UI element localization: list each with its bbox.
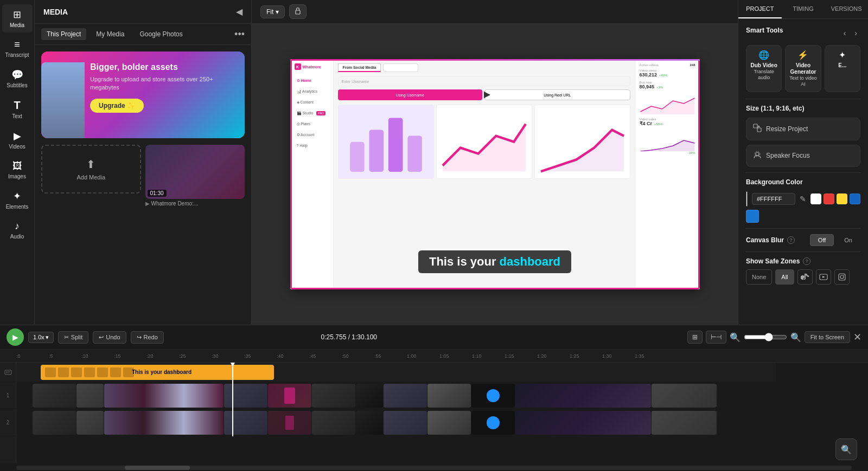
color-swatch-blue[interactable] [850, 193, 860, 204]
speaker-focus-button[interactable]: Speaker Focus [746, 145, 860, 167]
clip-2-11[interactable] [515, 411, 651, 435]
ruler-mark-45: :45 [309, 353, 316, 359]
smart-tools-next-button[interactable]: › [851, 28, 860, 38]
redo-button[interactable]: ↪ Redo [131, 331, 164, 344]
clip-2-10[interactable] [471, 411, 515, 435]
zoom-in-button[interactable]: 🔍 [790, 332, 801, 343]
add-media-cell[interactable]: ⬆ Add Media [41, 145, 141, 207]
tab-this-project[interactable]: This Project [41, 28, 86, 40]
tool-video-generator[interactable]: ⚡ Video Generator Text to video AI [785, 45, 821, 92]
sidebar-item-audio[interactable]: ♪ Audio [2, 216, 33, 244]
clip-1-6[interactable] [312, 384, 355, 408]
safe-zone-all-btn[interactable]: All [775, 269, 794, 285]
tab-my-media[interactable]: My Media [91, 28, 130, 40]
sidebar-item-transcript[interactable]: ≡ Transcript [2, 35, 33, 62]
undo-button[interactable]: ↩ Undo [93, 331, 126, 344]
upgrade-button[interactable]: Upgrade ✨ [90, 99, 144, 113]
color-swatch-red[interactable] [824, 193, 834, 204]
smart-tools-prev-button[interactable]: ‹ [840, 28, 850, 38]
clip-2-5[interactable] [268, 411, 311, 435]
clip-1-12[interactable] [652, 384, 717, 408]
tool-extra[interactable]: ✦ E... [825, 45, 860, 92]
safe-zone-youtube-btn[interactable] [816, 269, 831, 285]
close-timeline-button[interactable]: ✕ [853, 331, 861, 343]
play-button[interactable]: ▶ [7, 328, 24, 346]
safe-zone-none-btn[interactable]: None [746, 269, 772, 285]
resize-project-button[interactable]: Resize Project [746, 118, 860, 140]
add-media-area[interactable]: ⬆ Add Media [41, 145, 141, 193]
fit-to-screen-button[interactable]: Fit to Screen [805, 331, 850, 343]
main-canvas: Fit ▾ K Whatmor [252, 0, 738, 325]
color-swatch-white[interactable] [810, 193, 821, 204]
svg-rect-15 [839, 274, 845, 280]
color-swatch-blue-accent[interactable] [746, 210, 759, 223]
clip-2-8[interactable] [384, 411, 427, 435]
clip-1-4[interactable] [224, 384, 267, 408]
color-edit-button[interactable]: ✎ [800, 195, 806, 203]
timeline-split-view-button[interactable]: ⊞ [687, 331, 703, 344]
canvas-blur-on-button[interactable]: On [836, 234, 860, 246]
left-sidebar: ⊞ Media ≡ Transcript 💬 Subtitles T Text … [0, 0, 35, 325]
sidebar-item-media[interactable]: ⊞ Media [2, 4, 33, 33]
clip-1-1[interactable] [33, 384, 76, 408]
clip-2-3[interactable] [104, 411, 224, 435]
color-swatch-yellow[interactable] [837, 193, 847, 204]
sidebar-item-videos[interactable]: ▶ Videos [2, 126, 33, 154]
bg-color-hex-input[interactable] [752, 193, 795, 205]
using-reel-url-btn[interactable]: Using Reel URL [484, 89, 630, 100]
sidebar-item-images[interactable]: 🖼 Images [2, 156, 33, 184]
clip-2-12[interactable] [652, 411, 717, 435]
clip-2-7[interactable] [356, 411, 383, 435]
clip-1-10[interactable] [471, 384, 515, 408]
canvas-frame[interactable]: K Whatmore ⊙ Home 📊 Analytics ◈ Content … [290, 59, 700, 289]
clip-1-3[interactable] [104, 384, 224, 408]
safe-zone-instagram-btn[interactable] [834, 269, 850, 285]
clip-1-8[interactable] [384, 384, 427, 408]
search-button-bottom[interactable]: 🔍 [835, 438, 857, 460]
timeline-skip-button[interactable]: ⊢⊣ [706, 331, 726, 344]
video-thumbnail[interactable]: 01:30 [145, 145, 245, 199]
media-thumb-item[interactable]: 01:30 ▶ Whatmore Demo:... [145, 145, 245, 207]
sidebar-item-subtitles[interactable]: 💬 Subtitles [2, 64, 33, 93]
media-panel-collapse-button[interactable]: ◀ [236, 7, 242, 17]
safe-zone-tiktok-btn[interactable] [797, 269, 813, 285]
lock-aspect-button[interactable] [289, 4, 307, 19]
tab-project[interactable]: PROJECT [738, 0, 782, 18]
scroll-bar[interactable] [16, 466, 852, 470]
speaker-focus-icon [753, 151, 762, 161]
clip-2-2[interactable] [76, 411, 104, 435]
clip-2-1[interactable] [33, 411, 76, 435]
tab-versions[interactable]: VERSIONS [825, 0, 868, 18]
sidebar-item-text[interactable]: T Text [2, 95, 33, 124]
subtitle-clip[interactable]: This is your dashboard [41, 365, 274, 380]
speaker-focus-label: Speaker Focus [766, 152, 810, 159]
tab-timing[interactable]: TIMING [782, 0, 825, 18]
tab-google-photos[interactable]: Google Photos [134, 28, 188, 40]
scroll-thumb[interactable] [125, 466, 190, 470]
smart-tools-header: Smart Tools ‹ › [746, 27, 860, 40]
clip-2-4[interactable] [224, 411, 267, 435]
safe-zones-label: Show Safe Zones ? [746, 257, 810, 265]
tracks-scroll-area[interactable]: This is your dashboard [16, 363, 868, 463]
media-more-button[interactable]: ••• [234, 29, 245, 40]
clip-1-11[interactable] [515, 384, 651, 408]
canvas-area: K Whatmore ⊙ Home 📊 Analytics ◈ Content … [252, 24, 738, 325]
clip-1-5[interactable] [268, 384, 311, 408]
clip-2-9[interactable] [427, 411, 471, 435]
sidebar-item-elements[interactable]: ✦ Elements [2, 186, 33, 214]
fit-dropdown-button[interactable]: Fit ▾ [260, 5, 285, 18]
clip-1-2[interactable] [76, 384, 104, 408]
speed-button[interactable]: 1.0x ▾ [28, 332, 54, 343]
bg-color-swatch-main[interactable] [746, 191, 748, 207]
clip-2-6[interactable] [312, 411, 355, 435]
clip-1-9[interactable] [427, 384, 471, 408]
zoom-out-button[interactable]: 🔍 [730, 332, 741, 343]
canvas-blur-off-button[interactable]: Off [810, 234, 834, 246]
media-filename: ▶ Whatmore Demo:... [145, 201, 245, 207]
using-username-btn[interactable]: Using Username [338, 89, 483, 100]
split-button[interactable]: ✂ Split [58, 331, 88, 344]
subtitle-overlay: This is your dashboard [418, 250, 571, 273]
zoom-slider[interactable] [744, 333, 787, 341]
clip-1-7[interactable] [356, 384, 383, 408]
tool-dub-video[interactable]: 🌐 Dub Video Translate audio [746, 45, 782, 92]
